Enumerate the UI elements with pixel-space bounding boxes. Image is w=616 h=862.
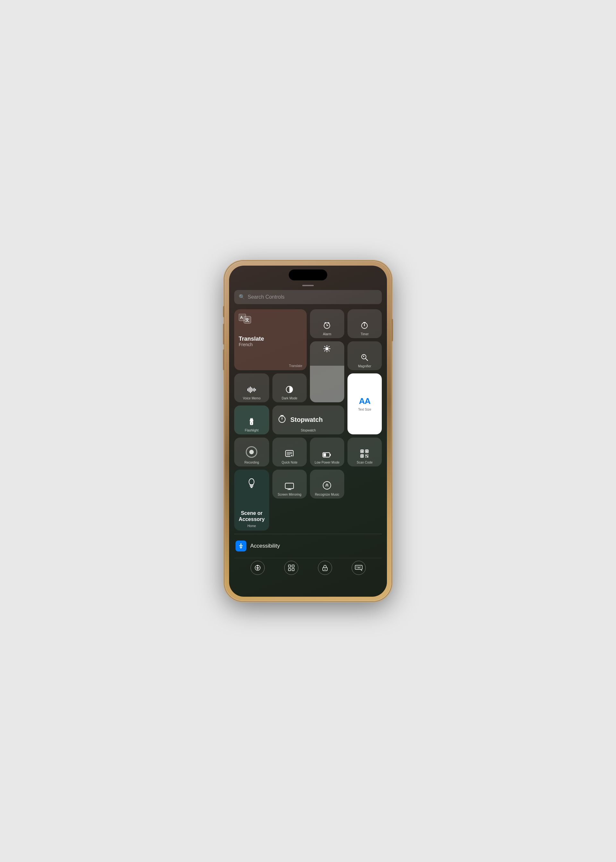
phone-frame: 🔍 Search Controls A 文 [225,261,391,601]
brightness-icon [324,345,330,354]
dark-mode-icon [285,385,294,395]
scan-code-icon [360,449,369,459]
svg-rect-26 [247,388,248,391]
svg-point-12 [325,347,328,350]
accessibility-icon [236,540,247,551]
timer-label: Timer [361,332,369,336]
quick-note-tile[interactable]: Quick Note [272,438,307,466]
svg-rect-27 [249,388,250,392]
dynamic-island [289,270,327,280]
screen-content: 🔍 Search Controls A 文 [229,265,387,597]
svg-rect-62 [250,484,253,485]
alarm-tile[interactable]: Alarm [310,309,344,338]
translate-title: Translate [239,336,302,342]
svg-rect-29 [251,388,252,392]
magnifier-icon: + [360,353,369,363]
svg-line-19 [329,346,330,347]
dark-mode-label: Dark Mode [282,397,297,400]
svg-point-61 [249,479,254,485]
svg-rect-84 [288,568,291,571]
flashlight-tile[interactable]: Flashlight [234,405,269,434]
svg-rect-36 [250,418,253,419]
voice-memo-tile[interactable]: Voice Memo [234,374,269,402]
timer-tile[interactable]: Timer [347,309,382,338]
brightness-bar [310,366,344,402]
accessibility-section[interactable]: Accessibility [234,537,382,555]
scan-code-tile[interactable]: Scan Code [347,438,382,466]
svg-rect-88 [355,565,362,570]
stopwatch-tile[interactable]: Stopwatch Stopwatch [272,405,344,434]
svg-rect-65 [285,483,294,488]
recording-icon [246,446,257,458]
recording-tile[interactable]: Recording [234,438,269,466]
low-power-icon [322,452,332,459]
nav-accessibility-button[interactable] [251,561,265,575]
home-tile[interactable]: Scene or Accessory Home [234,469,269,531]
quick-note-icon [285,450,294,459]
svg-rect-85 [292,568,294,571]
svg-line-18 [329,350,330,351]
nav-lock-button[interactable] [318,561,332,575]
recognize-music-label: Recognize Music [315,493,339,496]
text-size-label: Text Size [358,408,371,411]
search-bar[interactable]: 🔍 Search Controls [234,290,382,304]
flashlight-icon [248,418,255,427]
mute-button [223,306,225,317]
svg-rect-31 [254,388,255,392]
screen-mirroring-label: Screen Mirroring [278,493,302,496]
scan-code-label: Scan Code [357,461,372,465]
voice-memo-icon [247,386,256,395]
svg-rect-83 [292,565,294,567]
accessibility-label: Accessibility [250,543,280,549]
translate-icon: A 文 [239,314,302,326]
magnifier-label: Magnifier [358,364,371,368]
svg-rect-49 [324,453,326,457]
alarm-label: Alarm [323,332,331,336]
svg-rect-58 [367,455,368,455]
svg-rect-32 [255,389,256,391]
svg-rect-63 [250,486,253,487]
stopwatch-label: Stopwatch [301,429,316,432]
recognize-music-tile[interactable]: Recognize Music [310,469,344,499]
svg-rect-64 [251,487,253,488]
translate-subtitle: French [239,342,302,347]
recognize-music-icon [322,481,332,491]
stopwatch-name: Stopwatch [290,416,323,424]
translate-label: Translate [289,364,302,367]
svg-rect-50 [330,454,331,456]
recording-label: Recording [245,461,259,465]
dark-mode-tile[interactable]: Dark Mode [272,374,307,402]
svg-text:文: 文 [245,317,249,322]
svg-marker-35 [250,419,253,421]
svg-text:+: + [363,355,364,358]
svg-line-17 [325,346,325,347]
svg-rect-57 [365,455,367,456]
magnifier-tile[interactable]: + Magnifier [347,341,382,370]
text-size-tile[interactable]: AA Text Size [347,374,382,434]
pull-handle [302,285,314,286]
voice-memo-label: Voice Memo [243,397,261,400]
alarm-icon [323,321,331,331]
screen-mirroring-tile[interactable]: Screen Mirroring [272,469,307,499]
svg-line-22 [366,359,368,361]
recording-dot [249,450,254,454]
svg-rect-56 [361,455,363,457]
volume-down-button [223,349,225,370]
svg-rect-59 [365,457,366,457]
svg-point-10 [364,325,365,326]
translate-content: A 文 Translate French [239,314,302,347]
svg-point-87 [324,568,325,570]
low-power-tile[interactable]: Low Power Mode [310,438,344,466]
svg-rect-60 [367,456,368,457]
screen-mirroring-icon [285,483,294,491]
nav-keyboard-button[interactable] [352,561,366,575]
home-label: Home [247,524,256,528]
svg-rect-54 [366,451,368,452]
translate-tile[interactable]: A 文 Translate French Translate [234,309,307,370]
svg-rect-30 [253,388,253,391]
nav-grid-button[interactable] [284,561,299,575]
low-power-label: Low Power Mode [315,461,339,465]
brightness-tile[interactable] [310,341,344,402]
timer-icon [360,321,369,331]
volume-up-button [223,324,225,345]
